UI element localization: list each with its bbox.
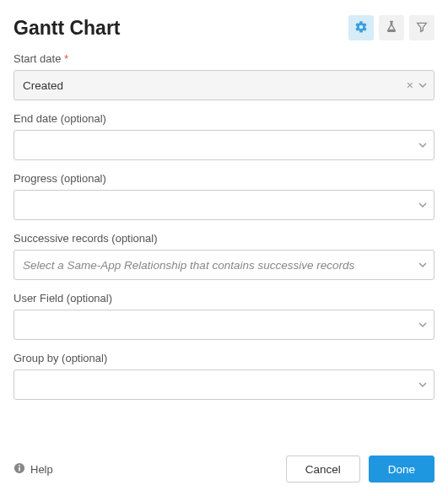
field-group-by: Group by (optional) [13, 352, 435, 400]
lab-button[interactable] [379, 15, 404, 40]
chevron-down-icon [418, 261, 427, 269]
field-end-date: End date (optional) [13, 112, 435, 160]
group-by-label: Group by (optional) [13, 352, 435, 364]
dialog-root: Gantt Chart Start date * Created [0, 0, 448, 496]
chevron-down-icon [418, 141, 427, 149]
group-by-select[interactable] [13, 369, 435, 400]
start-date-label: Start date * [13, 52, 435, 65]
start-date-select[interactable]: Created × [13, 70, 435, 100]
page-title: Gantt Chart [13, 17, 121, 40]
gear-icon [354, 20, 368, 36]
successive-select[interactable]: Select a Same-App Relationship that cont… [13, 250, 435, 280]
field-successive: Successive records (optional) Select a S… [13, 232, 435, 280]
chevron-down-icon [418, 81, 427, 89]
flask-icon [385, 20, 398, 36]
progress-select[interactable] [13, 190, 435, 220]
field-user: User Field (optional) [13, 292, 435, 340]
chevron-down-icon [418, 321, 427, 329]
successive-label: Successive records (optional) [13, 232, 435, 245]
chevron-down-icon [418, 201, 427, 209]
footer-buttons: Cancel Done [286, 456, 435, 483]
svg-rect-1 [19, 466, 20, 471]
help-link[interactable]: Help [13, 462, 53, 477]
field-start-date: Start date * Created × [13, 52, 435, 100]
info-icon [13, 462, 25, 477]
progress-label: Progress (optional) [13, 172, 435, 185]
user-field-label: User Field (optional) [13, 292, 435, 305]
filter-button[interactable] [409, 15, 435, 40]
done-button[interactable]: Done [369, 456, 435, 483]
svg-point-2 [19, 465, 20, 466]
start-date-value: Created [23, 79, 400, 92]
chevron-down-icon [418, 380, 427, 389]
start-date-label-text: Start date [13, 52, 61, 65]
header-actions [348, 15, 435, 40]
funnel-icon [415, 20, 429, 36]
field-progress: Progress (optional) [13, 172, 435, 220]
header: Gantt Chart [13, 15, 435, 40]
successive-placeholder: Select a Same-App Relationship that cont… [23, 259, 400, 272]
settings-button[interactable] [348, 15, 374, 40]
user-field-select[interactable] [13, 310, 435, 340]
cancel-button[interactable]: Cancel [286, 456, 360, 483]
end-date-label: End date (optional) [13, 112, 435, 125]
help-label: Help [30, 463, 53, 476]
end-date-select[interactable] [13, 130, 435, 160]
footer: Help Cancel Done [13, 447, 435, 483]
required-asterisk: * [64, 52, 68, 65]
clear-icon[interactable]: × [407, 79, 413, 91]
